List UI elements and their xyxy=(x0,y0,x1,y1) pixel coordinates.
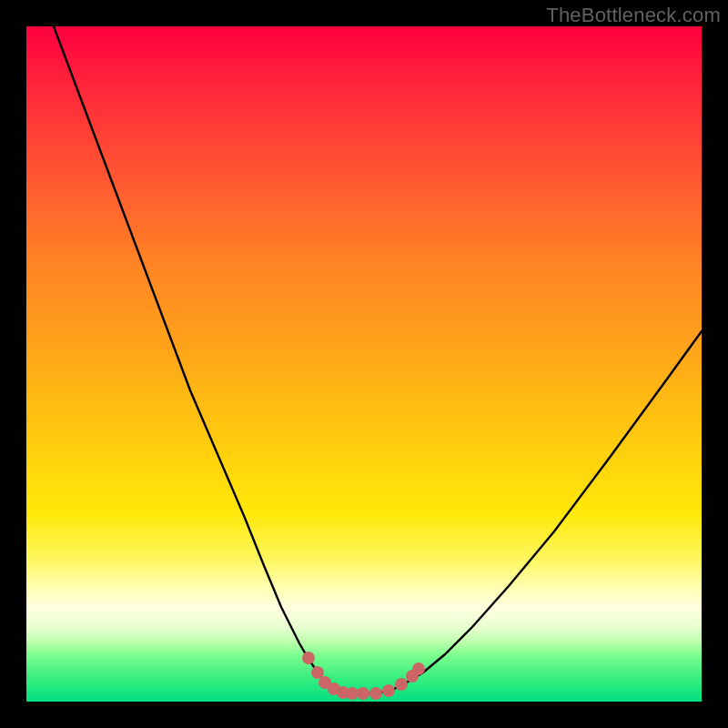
trough-marker xyxy=(382,684,395,697)
bottleneck-curve xyxy=(54,26,702,693)
chart-svg xyxy=(26,26,702,702)
trough-marker xyxy=(395,678,408,691)
plot-area xyxy=(26,26,702,702)
outer-frame: TheBottleneck.com xyxy=(0,0,728,728)
trough-marker xyxy=(412,662,425,675)
trough-marker xyxy=(346,687,359,700)
trough-marker xyxy=(302,652,315,664)
trough-markers xyxy=(302,652,425,700)
trough-marker xyxy=(369,687,382,700)
watermark-text: TheBottleneck.com xyxy=(546,4,721,27)
trough-marker xyxy=(357,687,369,700)
